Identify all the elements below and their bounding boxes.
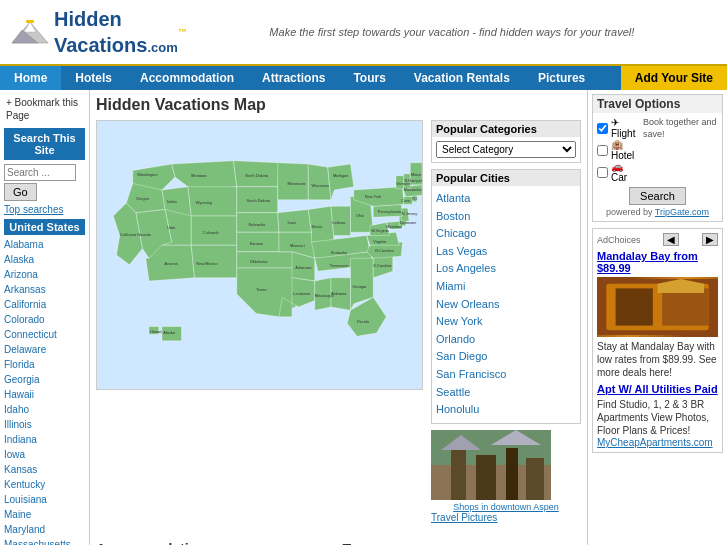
- logo[interactable]: Hidden Vacations.com ™: [10, 6, 187, 58]
- state-link[interactable]: Idaho: [4, 402, 85, 417]
- state-link[interactable]: Colorado: [4, 312, 85, 327]
- city-link-san-diego[interactable]: San Diego: [436, 348, 576, 366]
- tripgate-link[interactable]: TripGate.com: [655, 207, 709, 217]
- bookmark-button[interactable]: + Bookmark this Page: [4, 94, 85, 124]
- state-link[interactable]: Arkansas: [4, 282, 85, 297]
- label-nj: N.Jersey: [402, 211, 417, 216]
- hotel-checkbox[interactable]: [597, 145, 608, 156]
- label-arkansas: Arkansas: [295, 265, 311, 270]
- state-link[interactable]: Georgia: [4, 372, 85, 387]
- state-link[interactable]: Maine: [4, 507, 85, 522]
- ad-image: [597, 277, 718, 337]
- nav-home[interactable]: Home: [0, 66, 61, 90]
- label-indiana: Indiana: [332, 220, 346, 225]
- ad-section: AdChoices ◀ ▶ Mandalay Bay from $89.99 S…: [592, 228, 723, 453]
- state-link[interactable]: Kansas: [4, 462, 85, 477]
- state-link[interactable]: Louisiana: [4, 492, 85, 507]
- svg-rect-8: [451, 450, 466, 500]
- go-button[interactable]: Go: [4, 183, 37, 201]
- aspen-image: [431, 430, 551, 500]
- label-idaho: Idaho: [167, 199, 177, 204]
- label-virginia: Virginia: [373, 239, 387, 244]
- nav-tours[interactable]: Tours: [339, 66, 399, 90]
- state-link[interactable]: Arizona: [4, 267, 85, 282]
- nav-pictures[interactable]: Pictures: [524, 66, 599, 90]
- city-link-chicago[interactable]: Chicago: [436, 225, 576, 243]
- city-link-boston[interactable]: Boston: [436, 208, 576, 226]
- state-link[interactable]: Indiana: [4, 432, 85, 447]
- city-link-las-vegas[interactable]: Las Vegas: [436, 243, 576, 261]
- ad2-link[interactable]: MyCheapApartments.com: [597, 437, 713, 448]
- top-searches-link[interactable]: Top searches: [4, 204, 63, 215]
- state-wisconsin[interactable]: [308, 164, 331, 200]
- ad-prev-button[interactable]: ◀: [663, 233, 679, 246]
- state-michigan[interactable]: [328, 164, 354, 200]
- city-link-honolulu[interactable]: Honolulu: [436, 401, 576, 419]
- label-michigan: Michigan: [333, 173, 349, 178]
- label-minnesota: Minnesota: [287, 181, 306, 186]
- label-kansas: Kansas: [250, 241, 263, 246]
- center-content: Hidden Vacations Map: [90, 90, 587, 545]
- tagline: Make the first step towards your vacatio…: [187, 26, 717, 38]
- city-link-san-francisco[interactable]: San Francisco: [436, 366, 576, 384]
- nav-accommodation[interactable]: Accommodation: [126, 66, 248, 90]
- travel-pictures-link[interactable]: Travel Pictures: [431, 512, 581, 523]
- us-map[interactable]: Hawaii Alaska Washington Oregon Californ…: [96, 120, 423, 390]
- label-maine: Maine: [411, 172, 422, 177]
- ad-title[interactable]: Mandalay Bay from $89.99: [597, 250, 718, 274]
- car-option: 🚗 Car: [597, 161, 637, 183]
- right-column: Travel Options ✈ Flight 🏨 Hotel 🚗 Car: [587, 90, 727, 545]
- ad-choices-label: AdChoices: [597, 235, 641, 245]
- city-link-los-angeles[interactable]: Los Angeles: [436, 260, 576, 278]
- state-link[interactable]: Hawaii: [4, 387, 85, 402]
- car-checkbox[interactable]: [597, 167, 608, 178]
- state-link[interactable]: Alaska: [4, 252, 85, 267]
- state-link[interactable]: Connecticut: [4, 327, 85, 342]
- city-link-new-york[interactable]: New York: [436, 313, 576, 331]
- travel-search-button[interactable]: Search: [629, 187, 686, 205]
- travel-options-title: Travel Options: [593, 95, 722, 113]
- label-kentucky: Kentucky: [331, 250, 347, 255]
- city-link-orlando[interactable]: Orlando: [436, 331, 576, 349]
- label-new-mexico: New Mexico: [196, 261, 217, 266]
- state-link[interactable]: Massachusetts: [4, 537, 85, 545]
- aspen-caption: Shops in downtown Aspen: [431, 502, 581, 512]
- label-ct: Conn.: [401, 198, 411, 203]
- svg-rect-10: [506, 448, 518, 500]
- ad-choices-bar: AdChoices ◀ ▶: [597, 233, 718, 246]
- accommodation-title: Accommodation: [96, 541, 335, 545]
- label-ohio: Ohio: [356, 213, 364, 218]
- label-california: California: [120, 232, 137, 237]
- label-wv: W.Virginia: [371, 228, 389, 233]
- aspen-photo-box: Shops in downtown Aspen Travel Pictures: [431, 430, 581, 523]
- ad2-title[interactable]: Apt W/ All Utilities Paid: [597, 383, 718, 395]
- city-link-new-orleans[interactable]: New Orleans: [436, 296, 576, 314]
- state-link[interactable]: Kentucky: [4, 477, 85, 492]
- label-nevada: Nevada: [137, 232, 151, 237]
- state-link[interactable]: Delaware: [4, 342, 85, 357]
- label-washington: Washington: [137, 172, 157, 177]
- ad-next-button[interactable]: ▶: [702, 233, 718, 246]
- travel-options-box: Travel Options ✈ Flight 🏨 Hotel 🚗 Car: [592, 94, 723, 222]
- nav-vacation-rentals[interactable]: Vacation Rentals: [400, 66, 524, 90]
- state-link[interactable]: Illinois: [4, 417, 85, 432]
- search-this-site-button[interactable]: Search This Site: [4, 128, 85, 160]
- search-input[interactable]: [4, 164, 76, 181]
- state-link[interactable]: California: [4, 297, 85, 312]
- label-texas: Texas: [256, 287, 266, 292]
- nav-attractions[interactable]: Attractions: [248, 66, 339, 90]
- flight-checkbox[interactable]: [597, 123, 608, 134]
- nav-hotels[interactable]: Hotels: [61, 66, 126, 90]
- category-select[interactable]: Select Category Hotels Accommodation Att…: [436, 141, 576, 158]
- state-link[interactable]: Maryland: [4, 522, 85, 537]
- state-link[interactable]: Florida: [4, 357, 85, 372]
- city-link-atlanta[interactable]: Atlanta: [436, 190, 576, 208]
- state-link[interactable]: Alabama: [4, 237, 85, 252]
- state-link[interactable]: Iowa: [4, 447, 85, 462]
- city-link-miami[interactable]: Miami: [436, 278, 576, 296]
- map-right-panel: Popular Categories Select Category Hotel…: [431, 120, 581, 529]
- city-link-seattle[interactable]: Seattle: [436, 384, 576, 402]
- nav-add-site[interactable]: Add Your Site: [621, 66, 727, 90]
- car-label: 🚗 Car: [611, 161, 637, 183]
- svg-rect-21: [662, 288, 709, 325]
